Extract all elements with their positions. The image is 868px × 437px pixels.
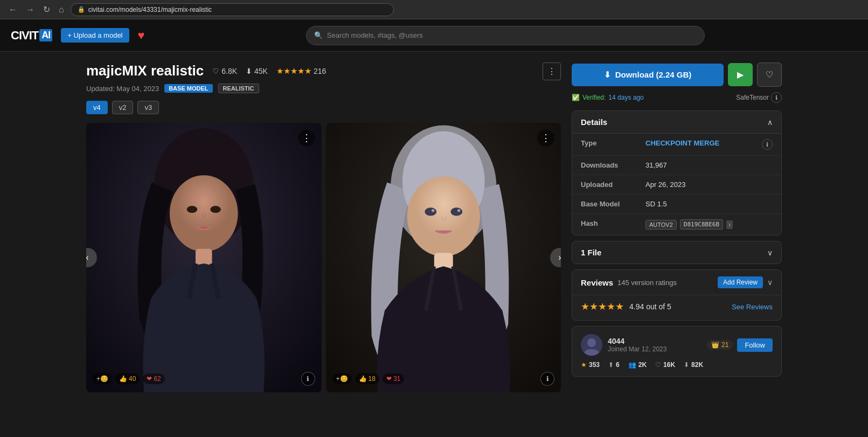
download-button[interactable]: ⬇ Download (2.24 GB)	[572, 64, 724, 86]
image-1-svg	[86, 123, 322, 392]
rating-score: 4.94 out of 5	[629, 302, 671, 311]
detail-label-downloads: Downloads	[581, 161, 645, 169]
back-button[interactable]: ←	[6, 4, 19, 16]
type-info-button[interactable]: ℹ	[762, 139, 773, 150]
user-stat-followers: 👥 2K	[628, 361, 647, 369]
image-1-menu-button[interactable]: ⋮	[298, 129, 315, 147]
safetensor-info-button[interactable]: ℹ	[771, 92, 782, 103]
user-info: 4044 Joined Mar 12, 2023	[581, 334, 666, 356]
image-1-like-button[interactable]: 👍 40	[115, 373, 140, 384]
nav-heart-icon[interactable]: ♥	[138, 29, 145, 43]
model-name: majicMIX realistic	[86, 63, 204, 79]
likes-count: 6.8K	[221, 67, 237, 75]
image-2-reactions: +😊 👍 18 ❤ 31	[332, 373, 405, 384]
reviews-actions: Add Review ∨	[718, 276, 773, 288]
save-button[interactable]: ♡	[757, 63, 782, 87]
image-2-emoji-button[interactable]: +😊	[332, 373, 352, 384]
image-1-info-button[interactable]: ℹ	[301, 372, 315, 386]
download-row: ⬇ Download (2.24 GB) ▶ ♡	[572, 63, 782, 87]
user-card: 4044 Joined Mar 12, 2023 👑 21 Follow ★ 3…	[572, 326, 782, 377]
user-uploads-val: 6	[616, 361, 620, 369]
crown-count: 21	[721, 341, 728, 349]
image-1-hearts: 62	[154, 375, 161, 383]
file-panel: 1 File ∨	[572, 241, 782, 264]
verified-days[interactable]: 14 days ago	[608, 94, 643, 101]
image-1-heart-button[interactable]: ❤ 62	[143, 373, 164, 384]
version-tab-v3[interactable]: v3	[137, 101, 159, 114]
logo-ai: AI	[39, 29, 52, 41]
version-tab-v2[interactable]: v2	[112, 101, 134, 114]
downloads-count: 45K	[254, 67, 268, 75]
reviews-panel: Reviews 145 version ratings Add Review ∨…	[572, 269, 782, 321]
version-tabs: v4 v2 v3	[86, 101, 534, 114]
play-button[interactable]: ▶	[728, 63, 753, 86]
dl-icon-small: ⬇	[684, 361, 689, 369]
user-rating-val: 353	[589, 361, 600, 369]
file-panel-header[interactable]: 1 File ∨	[572, 241, 781, 263]
reload-button[interactable]: ↻	[41, 3, 52, 16]
image-2-likes: 18	[369, 375, 376, 383]
image-1-reactions: +😊 👍 40 ❤ 62	[93, 373, 165, 384]
search-placeholder: Search models, #tags, @users	[327, 31, 423, 39]
forward-button[interactable]: →	[24, 4, 37, 16]
star-icon-small: ★	[581, 361, 587, 369]
svg-point-2	[170, 175, 238, 252]
user-likes-val: 16K	[663, 361, 675, 369]
svg-point-9	[407, 176, 480, 256]
search-bar[interactable]: 🔍 Search models, #tags, @users	[306, 26, 705, 45]
user-avatar	[581, 334, 602, 356]
detail-label-type: Type	[581, 139, 645, 147]
details-panel-header[interactable]: Details ∧	[572, 111, 781, 134]
hash-expand-button[interactable]: ›	[726, 220, 733, 229]
user-stat-uploads: ⬆ 6	[608, 361, 620, 369]
logo-civit: CIVIT	[11, 29, 38, 43]
upload-icon-small: ⬆	[608, 361, 614, 369]
upload-model-button[interactable]: + Upload a model	[61, 28, 129, 43]
svg-point-11	[450, 207, 462, 216]
safetensor-label: SafeTensor	[736, 94, 769, 101]
tag-realistic[interactable]: REALISTIC	[218, 84, 259, 93]
reviews-header: Reviews 145 version ratings Add Review ∨	[572, 270, 781, 295]
url-text: civitai.com/models/43331/majicmix-realis…	[88, 6, 212, 13]
details-panel: Details ∧ Type CHECKPOINT MERGE ℹ Downlo…	[572, 110, 782, 235]
rating-count: 216	[314, 67, 326, 75]
follow-button[interactable]: Follow	[737, 338, 773, 352]
image-2-info-button[interactable]: ℹ	[540, 372, 554, 386]
version-tab-v4[interactable]: v4	[86, 101, 108, 114]
files-chevron-icon: ∨	[767, 248, 773, 257]
detail-value-type: CHECKPOINT MERGE	[645, 139, 762, 147]
reviews-body: ★★★★★ 4.94 out of 5 See Reviews	[572, 295, 781, 320]
likes-stat: ♡ 6.8K	[212, 67, 237, 75]
hash-value: D819C8BE6B	[680, 219, 723, 230]
image-1-emoji-button[interactable]: +😊	[93, 373, 112, 384]
svg-point-10	[425, 207, 436, 216]
image-2-like-button[interactable]: 👍 18	[355, 373, 379, 384]
detail-value-base-model: SD 1.5	[645, 200, 773, 208]
image-2-heart-button[interactable]: ❤ 31	[383, 373, 404, 384]
image-2-bottom-bar: +😊 👍 18 ❤ 31 ℹ	[332, 372, 555, 386]
reviews-title-group: Reviews 145 version ratings	[581, 278, 677, 287]
logo: CIVITAI	[11, 29, 52, 43]
add-review-button[interactable]: Add Review	[718, 276, 763, 288]
details-title: Details	[581, 117, 607, 127]
url-bar[interactable]: 🔒 civitai.com/models/43331/majicmix-real…	[71, 3, 394, 16]
svg-point-13	[457, 209, 460, 212]
user-card-actions: 👑 21 Follow	[707, 338, 773, 352]
image-gallery: ⋮ +😊 👍 40 ❤ 62 ℹ ‹	[86, 123, 561, 392]
image-2-svg	[326, 123, 561, 392]
likes-icon-small: ♡	[655, 361, 661, 369]
detail-label-hash: Hash	[581, 219, 645, 227]
see-reviews-link[interactable]: See Reviews	[732, 303, 773, 311]
image-1-bottom-bar: +😊 👍 40 ❤ 62 ℹ	[93, 372, 315, 386]
left-area: majicMIX realistic ♡ 6.8K ⬇ 45K ★★★★★ 21…	[86, 63, 561, 392]
detail-label-base-model: Base Model	[581, 200, 645, 208]
download-icon: ⬇	[604, 70, 611, 80]
image-2-menu-button[interactable]: ⋮	[537, 129, 554, 147]
reviews-title: Reviews	[581, 278, 613, 287]
user-stats: ★ 353 ⬆ 6 👥 2K ♡ 16K ⬇ 82K	[581, 361, 773, 369]
reviews-count: 145 version ratings	[617, 279, 677, 287]
tag-base-model[interactable]: BASE MODEL	[164, 84, 212, 93]
more-options-button[interactable]: ⋮	[543, 63, 561, 80]
svg-point-3	[187, 206, 198, 213]
home-button[interactable]: ⌂	[57, 4, 66, 16]
